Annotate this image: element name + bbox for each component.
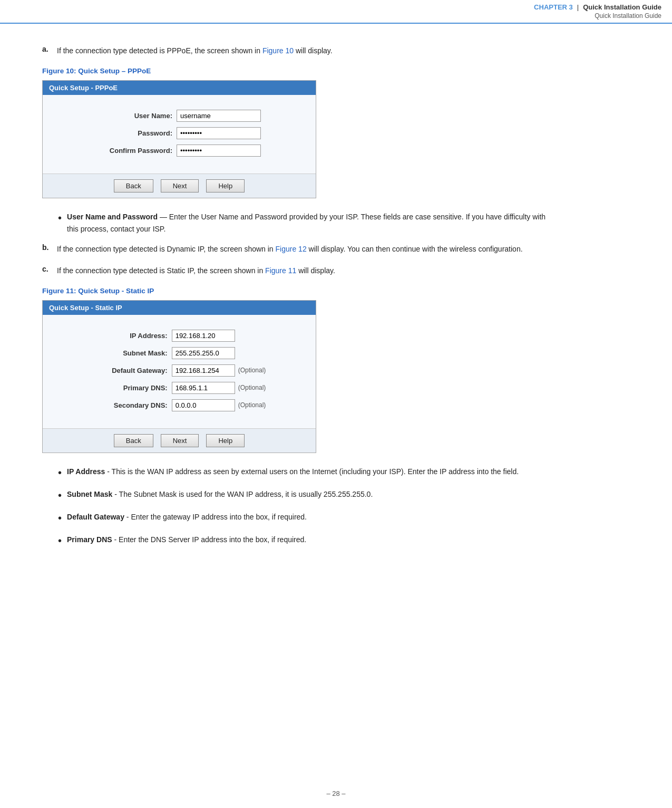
bullet-dot-1: • bbox=[58, 209, 62, 235]
header-title-sub: Quick Installation Guide bbox=[595, 12, 661, 20]
bullets-bottom: • IP Address - This is the WAN IP addres… bbox=[58, 466, 548, 549]
label-secondary-dns: Secondary DNS: bbox=[93, 401, 172, 409]
bullet-term-gateway: Default Gateway bbox=[67, 513, 124, 521]
bullet-dot-ip: • bbox=[58, 464, 62, 481]
section-a-text-after: will display. bbox=[294, 46, 333, 55]
form-row-ip: IP Address: (Optional) bbox=[53, 330, 305, 342]
bullet-sep-subnet: - bbox=[114, 490, 119, 498]
bullet-desc-subnet: The Subnet Mask is used for the WAN IP a… bbox=[119, 490, 373, 498]
section-b-label: b. bbox=[42, 243, 52, 255]
bullet-item-gateway: • Default Gateway - Enter the gateway IP… bbox=[58, 511, 548, 526]
figure11-link[interactable]: Figure 11 bbox=[265, 266, 296, 275]
section-b-text-before: If the connection type detected is Dynam… bbox=[57, 245, 276, 253]
bullet-text-gateway: Default Gateway - Enter the gateway IP a… bbox=[67, 511, 548, 526]
figure11-box-header: Quick Setup - Static IP bbox=[43, 301, 316, 315]
input-subnet[interactable] bbox=[172, 347, 235, 359]
label-password: Password: bbox=[98, 129, 177, 137]
section-b: b. If the connection type detected is Dy… bbox=[42, 243, 548, 255]
input-confirm-password[interactable] bbox=[177, 145, 261, 157]
form-row-confirm-password: Confirm Password: bbox=[53, 145, 305, 157]
input-secondary-dns[interactable] bbox=[172, 399, 235, 411]
figure10-footer: Back Next Help bbox=[43, 174, 316, 198]
header-title-top: Quick Installation Guide bbox=[583, 3, 661, 11]
section-b-text-after: will display. You can then continue with… bbox=[307, 245, 523, 253]
bullet-sep-1: — bbox=[160, 213, 169, 221]
figure11-box-body: IP Address: (Optional) Subnet Mask: (Opt… bbox=[43, 315, 316, 428]
bullet-dot-subnet: • bbox=[58, 487, 62, 504]
section-b-text: If the connection type detected is Dynam… bbox=[57, 243, 548, 255]
bullets-top: • User Name and Password — Enter the Use… bbox=[58, 211, 548, 235]
optional-secondary-dns: (Optional) bbox=[238, 401, 266, 409]
header-chapter: CHAPTER 3 bbox=[534, 3, 573, 11]
bullet-term-1: User Name and Password bbox=[67, 213, 158, 221]
label-confirm-password: Confirm Password: bbox=[98, 147, 177, 155]
form-row-secondary-dns: Secondary DNS: (Optional) bbox=[53, 399, 305, 411]
bullet-item-user-name-password: • User Name and Password — Enter the Use… bbox=[58, 211, 548, 235]
label-username: User Name: bbox=[98, 112, 177, 120]
section-a-text-before: If the connection type detected is PPPoE… bbox=[57, 46, 262, 55]
bullet-item-dns: • Primary DNS - Enter the DNS Server IP … bbox=[58, 534, 548, 549]
input-primary-dns[interactable] bbox=[172, 382, 235, 394]
input-ip[interactable] bbox=[172, 330, 235, 342]
bullet-sep-ip: - bbox=[107, 467, 111, 476]
figure10-box-header: Quick Setup - PPPoE bbox=[43, 81, 316, 95]
header-separator: | bbox=[577, 3, 579, 11]
input-password[interactable] bbox=[177, 127, 261, 139]
section-a: a. If the connection type detected is PP… bbox=[42, 45, 548, 56]
figure11-next-button[interactable]: Next bbox=[161, 434, 199, 447]
section-c-label: c. bbox=[42, 265, 52, 276]
figure10-back-button[interactable]: Back bbox=[114, 179, 153, 193]
figure12-link[interactable]: Figure 12 bbox=[276, 245, 307, 253]
form-row-password: Password: bbox=[53, 127, 305, 139]
section-c-text-before: If the connection type detected is Stati… bbox=[57, 266, 265, 275]
form-row-subnet: Subnet Mask: (Optional) bbox=[53, 347, 305, 359]
form-row-primary-dns: Primary DNS: (Optional) bbox=[53, 382, 305, 394]
figure11-footer: Back Next Help bbox=[43, 428, 316, 453]
bullet-term-subnet: Subnet Mask bbox=[67, 490, 112, 498]
section-a-text: If the connection type detected is PPPoE… bbox=[57, 45, 548, 56]
figure10-next-button[interactable]: Next bbox=[161, 179, 199, 193]
bullet-term-ip: IP Address bbox=[67, 467, 105, 476]
section-c-text-after: will display. bbox=[296, 266, 335, 275]
bullet-desc-gateway: Enter the gateway IP address into the bo… bbox=[131, 513, 307, 521]
figure11-back-button[interactable]: Back bbox=[114, 434, 153, 447]
page-header: CHAPTER 3 | Quick Installation Guide Qui… bbox=[0, 0, 672, 24]
bullet-text-user-name-password: User Name and Password — Enter the User … bbox=[67, 211, 548, 235]
bullet-desc-dns: Enter the DNS Server IP address into the… bbox=[119, 535, 306, 544]
input-username[interactable] bbox=[177, 110, 261, 122]
bullet-desc-ip: This is the WAN IP address as seen by ex… bbox=[112, 467, 519, 476]
figure11-help-button[interactable]: Help bbox=[206, 434, 245, 447]
figure10-link[interactable]: Figure 10 bbox=[262, 46, 294, 55]
section-a-label: a. bbox=[42, 45, 52, 56]
main-content: a. If the connection type detected is PP… bbox=[0, 24, 580, 579]
bullet-dot-dns: • bbox=[58, 532, 62, 549]
page-footer: – 28 – bbox=[0, 790, 672, 797]
bullet-text-subnet: Subnet Mask - The Subnet Mask is used fo… bbox=[67, 488, 548, 504]
bullet-term-dns: Primary DNS bbox=[67, 535, 112, 544]
figure10-caption: Figure 10: Quick Setup – PPPoE bbox=[42, 67, 548, 75]
label-primary-dns: Primary DNS: bbox=[93, 384, 172, 392]
figure11-caption: Figure 11: Quick Setup - Static IP bbox=[42, 287, 548, 295]
label-subnet: Subnet Mask: bbox=[93, 349, 172, 357]
figure10-box: Quick Setup - PPPoE User Name: Password:… bbox=[42, 80, 316, 198]
form-row-username: User Name: bbox=[53, 110, 305, 122]
section-c-text: If the connection type detected is Stati… bbox=[57, 265, 548, 276]
section-c: c. If the connection type detected is St… bbox=[42, 265, 548, 276]
bullet-text-dns: Primary DNS - Enter the DNS Server IP ad… bbox=[67, 534, 548, 549]
header-right-block: CHAPTER 3 | Quick Installation Guide Qui… bbox=[534, 3, 661, 20]
bullet-text-ip: IP Address - This is the WAN IP address … bbox=[67, 466, 548, 481]
bullet-sep-dns: - bbox=[114, 535, 119, 544]
figure10-box-body: User Name: Password: Confirm Password: bbox=[43, 95, 316, 174]
optional-primary-dns: (Optional) bbox=[238, 384, 266, 391]
bullet-item-subnet: • Subnet Mask - The Subnet Mask is used … bbox=[58, 488, 548, 504]
page-number: – 28 – bbox=[326, 790, 345, 797]
figure11-box: Quick Setup - Static IP IP Address: (Opt… bbox=[42, 300, 316, 453]
figure10-help-button[interactable]: Help bbox=[206, 179, 245, 193]
bullet-item-ip: • IP Address - This is the WAN IP addres… bbox=[58, 466, 548, 481]
label-gateway: Default Gateway: bbox=[93, 367, 172, 374]
input-gateway[interactable] bbox=[172, 364, 235, 377]
label-ip: IP Address: bbox=[93, 332, 172, 340]
optional-gateway: (Optional) bbox=[238, 367, 266, 374]
form-row-gateway: Default Gateway: (Optional) bbox=[53, 364, 305, 377]
bullet-dot-gateway: • bbox=[58, 509, 62, 526]
